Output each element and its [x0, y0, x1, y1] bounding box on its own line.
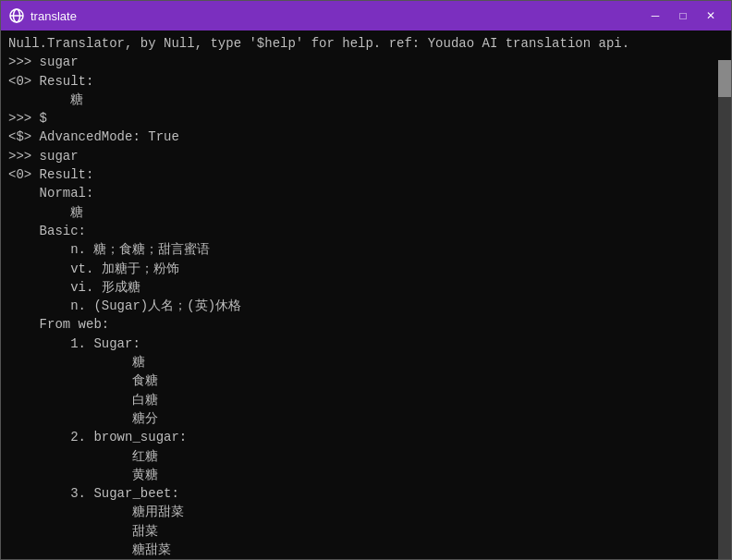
close-button[interactable]: ✕: [698, 6, 724, 25]
scrollbar-thumb[interactable]: [718, 60, 731, 97]
terminal-line: <0> Result:: [8, 165, 724, 184]
terminal-line: n. 糖；食糖；甜言蜜语: [8, 240, 724, 259]
window-controls: ─ □ ✕: [642, 6, 724, 25]
terminal-line: 糖: [8, 203, 724, 222]
terminal-line: 3. Sugar_beet:: [8, 484, 724, 503]
scrollbar-track[interactable]: [718, 60, 731, 559]
terminal-line: 红糖: [8, 447, 724, 466]
terminal-line: Normal:: [8, 184, 724, 202]
main-window: translate ─ □ ✕ Null.Translator, by Null…: [0, 0, 732, 560]
app-icon: [8, 7, 25, 24]
maximize-button[interactable]: □: [670, 6, 696, 25]
terminal-line: <$> AdvancedMode: True: [8, 128, 724, 146]
terminal-line: 糖用甜菜: [8, 503, 724, 521]
terminal-line: Null.Translator, by Null, type '$help' f…: [8, 34, 724, 53]
terminal-line: 甜菜: [8, 522, 724, 541]
terminal-line: >>> sugar: [8, 53, 724, 71]
terminal-line: 1. Sugar:: [8, 335, 724, 353]
terminal-container: Null.Translator, by Null, type '$help' f…: [1, 30, 731, 559]
terminal-line: 黄糖: [8, 466, 724, 484]
minimize-button[interactable]: ─: [642, 6, 668, 25]
terminal-line: <0> Result:: [8, 72, 724, 91]
terminal-line: 2. brown_sugar:: [8, 428, 724, 446]
title-bar: translate ─ □ ✕: [1, 1, 731, 30]
terminal-line: From web:: [8, 315, 724, 334]
terminal-line: 糖: [8, 353, 724, 371]
terminal-line: 糖甜菜: [8, 541, 724, 559]
window-title: translate: [30, 9, 642, 23]
terminal-line: vi. 形成糖: [8, 278, 724, 297]
terminal-line: n. (Sugar)人名；(英)休格: [8, 297, 724, 315]
terminal-line: Basic:: [8, 222, 724, 240]
terminal-line: >>> $: [8, 109, 724, 128]
terminal-line: 食糖: [8, 371, 724, 390]
terminal-line: vt. 加糖于；粉饰: [8, 260, 724, 278]
terminal-output[interactable]: Null.Translator, by Null, type '$help' f…: [1, 30, 731, 559]
terminal-line: >>> sugar: [8, 147, 724, 165]
terminal-line: 白糖: [8, 391, 724, 409]
terminal-line: 糖分: [8, 409, 724, 428]
terminal-line: 糖: [8, 91, 724, 109]
